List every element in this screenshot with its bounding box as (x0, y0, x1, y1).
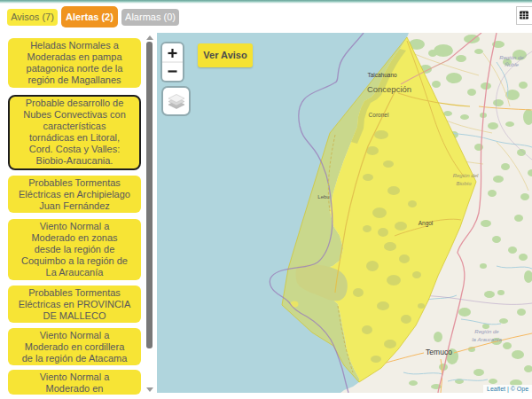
svg-text:Angol: Angol (419, 220, 434, 227)
svg-text:Biobío: Biobío (456, 181, 472, 186)
svg-text:la Araucanía: la Araucanía (472, 337, 502, 342)
svg-text:Lebu: Lebu (317, 194, 329, 200)
svg-text:Coronel: Coronel (369, 112, 389, 118)
svg-text:Concepción: Concepción (367, 84, 411, 94)
svg-text:Leaflet | © Ope: Leaflet | © Ope (487, 386, 528, 393)
svg-text:Temuco: Temuco (426, 348, 452, 356)
svg-text:Región de: Región de (474, 329, 499, 334)
svg-text:Talcahuano: Talcahuano (367, 72, 397, 78)
svg-text:Región del: Región del (453, 173, 479, 178)
svg-text:Región de: Región de (499, 55, 524, 60)
svg-text:Ñuble: Ñuble (505, 62, 519, 67)
